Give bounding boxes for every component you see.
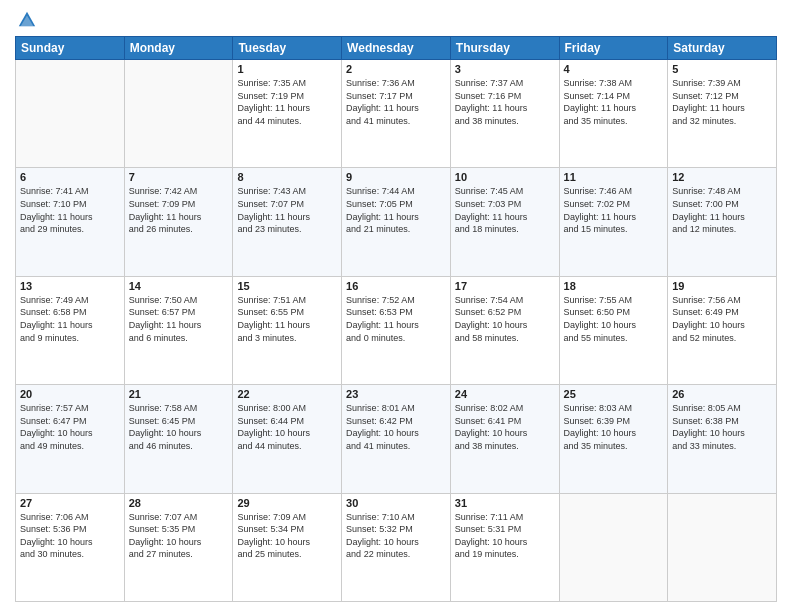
day-info: Sunrise: 7:35 AM Sunset: 7:19 PM Dayligh…	[237, 77, 337, 127]
calendar-cell: 10Sunrise: 7:45 AM Sunset: 7:03 PM Dayli…	[450, 168, 559, 276]
calendar-day-header: Saturday	[668, 37, 777, 60]
day-info: Sunrise: 8:02 AM Sunset: 6:41 PM Dayligh…	[455, 402, 555, 452]
calendar-day-header: Thursday	[450, 37, 559, 60]
day-number: 12	[672, 171, 772, 183]
calendar-cell: 11Sunrise: 7:46 AM Sunset: 7:02 PM Dayli…	[559, 168, 668, 276]
day-number: 11	[564, 171, 664, 183]
calendar-cell: 3Sunrise: 7:37 AM Sunset: 7:16 PM Daylig…	[450, 60, 559, 168]
day-info: Sunrise: 7:43 AM Sunset: 7:07 PM Dayligh…	[237, 185, 337, 235]
calendar-day-header: Friday	[559, 37, 668, 60]
calendar-cell: 4Sunrise: 7:38 AM Sunset: 7:14 PM Daylig…	[559, 60, 668, 168]
logo-icon	[17, 10, 37, 30]
day-number: 29	[237, 497, 337, 509]
calendar-cell: 22Sunrise: 8:00 AM Sunset: 6:44 PM Dayli…	[233, 385, 342, 493]
calendar-week-row: 27Sunrise: 7:06 AM Sunset: 5:36 PM Dayli…	[16, 493, 777, 601]
day-info: Sunrise: 7:58 AM Sunset: 6:45 PM Dayligh…	[129, 402, 229, 452]
calendar-cell: 20Sunrise: 7:57 AM Sunset: 6:47 PM Dayli…	[16, 385, 125, 493]
calendar-cell: 29Sunrise: 7:09 AM Sunset: 5:34 PM Dayli…	[233, 493, 342, 601]
day-info: Sunrise: 7:37 AM Sunset: 7:16 PM Dayligh…	[455, 77, 555, 127]
day-info: Sunrise: 7:46 AM Sunset: 7:02 PM Dayligh…	[564, 185, 664, 235]
day-info: Sunrise: 8:00 AM Sunset: 6:44 PM Dayligh…	[237, 402, 337, 452]
calendar-cell: 7Sunrise: 7:42 AM Sunset: 7:09 PM Daylig…	[124, 168, 233, 276]
calendar-day-header: Monday	[124, 37, 233, 60]
day-number: 18	[564, 280, 664, 292]
day-info: Sunrise: 7:09 AM Sunset: 5:34 PM Dayligh…	[237, 511, 337, 561]
day-number: 1	[237, 63, 337, 75]
day-info: Sunrise: 7:44 AM Sunset: 7:05 PM Dayligh…	[346, 185, 446, 235]
calendar-day-header: Tuesday	[233, 37, 342, 60]
day-info: Sunrise: 8:01 AM Sunset: 6:42 PM Dayligh…	[346, 402, 446, 452]
day-info: Sunrise: 7:07 AM Sunset: 5:35 PM Dayligh…	[129, 511, 229, 561]
day-number: 27	[20, 497, 120, 509]
header	[15, 10, 777, 30]
calendar-cell: 8Sunrise: 7:43 AM Sunset: 7:07 PM Daylig…	[233, 168, 342, 276]
day-info: Sunrise: 7:49 AM Sunset: 6:58 PM Dayligh…	[20, 294, 120, 344]
day-info: Sunrise: 7:06 AM Sunset: 5:36 PM Dayligh…	[20, 511, 120, 561]
calendar-cell: 6Sunrise: 7:41 AM Sunset: 7:10 PM Daylig…	[16, 168, 125, 276]
calendar-cell: 17Sunrise: 7:54 AM Sunset: 6:52 PM Dayli…	[450, 276, 559, 384]
calendar-week-row: 6Sunrise: 7:41 AM Sunset: 7:10 PM Daylig…	[16, 168, 777, 276]
calendar-cell: 12Sunrise: 7:48 AM Sunset: 7:00 PM Dayli…	[668, 168, 777, 276]
day-number: 9	[346, 171, 446, 183]
day-number: 6	[20, 171, 120, 183]
day-info: Sunrise: 7:42 AM Sunset: 7:09 PM Dayligh…	[129, 185, 229, 235]
calendar-cell: 1Sunrise: 7:35 AM Sunset: 7:19 PM Daylig…	[233, 60, 342, 168]
calendar-day-header: Sunday	[16, 37, 125, 60]
day-info: Sunrise: 7:39 AM Sunset: 7:12 PM Dayligh…	[672, 77, 772, 127]
calendar-cell: 2Sunrise: 7:36 AM Sunset: 7:17 PM Daylig…	[342, 60, 451, 168]
calendar-cell: 19Sunrise: 7:56 AM Sunset: 6:49 PM Dayli…	[668, 276, 777, 384]
day-info: Sunrise: 7:51 AM Sunset: 6:55 PM Dayligh…	[237, 294, 337, 344]
calendar-week-row: 13Sunrise: 7:49 AM Sunset: 6:58 PM Dayli…	[16, 276, 777, 384]
day-number: 21	[129, 388, 229, 400]
day-info: Sunrise: 7:57 AM Sunset: 6:47 PM Dayligh…	[20, 402, 120, 452]
day-number: 19	[672, 280, 772, 292]
logo	[15, 10, 39, 30]
day-number: 26	[672, 388, 772, 400]
calendar-cell	[668, 493, 777, 601]
calendar-table: SundayMondayTuesdayWednesdayThursdayFrid…	[15, 36, 777, 602]
calendar-cell	[559, 493, 668, 601]
calendar-cell: 23Sunrise: 8:01 AM Sunset: 6:42 PM Dayli…	[342, 385, 451, 493]
calendar-cell: 31Sunrise: 7:11 AM Sunset: 5:31 PM Dayli…	[450, 493, 559, 601]
calendar-cell	[16, 60, 125, 168]
day-info: Sunrise: 7:48 AM Sunset: 7:00 PM Dayligh…	[672, 185, 772, 235]
day-number: 30	[346, 497, 446, 509]
calendar-cell: 14Sunrise: 7:50 AM Sunset: 6:57 PM Dayli…	[124, 276, 233, 384]
day-info: Sunrise: 7:36 AM Sunset: 7:17 PM Dayligh…	[346, 77, 446, 127]
day-number: 23	[346, 388, 446, 400]
day-info: Sunrise: 8:05 AM Sunset: 6:38 PM Dayligh…	[672, 402, 772, 452]
day-number: 31	[455, 497, 555, 509]
calendar-cell: 5Sunrise: 7:39 AM Sunset: 7:12 PM Daylig…	[668, 60, 777, 168]
day-info: Sunrise: 8:03 AM Sunset: 6:39 PM Dayligh…	[564, 402, 664, 452]
calendar-cell: 28Sunrise: 7:07 AM Sunset: 5:35 PM Dayli…	[124, 493, 233, 601]
calendar-cell	[124, 60, 233, 168]
day-number: 28	[129, 497, 229, 509]
day-info: Sunrise: 7:41 AM Sunset: 7:10 PM Dayligh…	[20, 185, 120, 235]
day-number: 13	[20, 280, 120, 292]
day-number: 4	[564, 63, 664, 75]
day-info: Sunrise: 7:56 AM Sunset: 6:49 PM Dayligh…	[672, 294, 772, 344]
calendar-header-row: SundayMondayTuesdayWednesdayThursdayFrid…	[16, 37, 777, 60]
day-number: 17	[455, 280, 555, 292]
calendar-cell: 25Sunrise: 8:03 AM Sunset: 6:39 PM Dayli…	[559, 385, 668, 493]
calendar-cell: 18Sunrise: 7:55 AM Sunset: 6:50 PM Dayli…	[559, 276, 668, 384]
day-info: Sunrise: 7:54 AM Sunset: 6:52 PM Dayligh…	[455, 294, 555, 344]
calendar-cell: 16Sunrise: 7:52 AM Sunset: 6:53 PM Dayli…	[342, 276, 451, 384]
day-number: 16	[346, 280, 446, 292]
calendar-day-header: Wednesday	[342, 37, 451, 60]
day-number: 22	[237, 388, 337, 400]
day-number: 20	[20, 388, 120, 400]
day-number: 8	[237, 171, 337, 183]
day-number: 25	[564, 388, 664, 400]
calendar-cell: 27Sunrise: 7:06 AM Sunset: 5:36 PM Dayli…	[16, 493, 125, 601]
calendar-cell: 13Sunrise: 7:49 AM Sunset: 6:58 PM Dayli…	[16, 276, 125, 384]
day-number: 24	[455, 388, 555, 400]
day-number: 5	[672, 63, 772, 75]
calendar-cell: 30Sunrise: 7:10 AM Sunset: 5:32 PM Dayli…	[342, 493, 451, 601]
day-info: Sunrise: 7:10 AM Sunset: 5:32 PM Dayligh…	[346, 511, 446, 561]
day-number: 3	[455, 63, 555, 75]
calendar-cell: 15Sunrise: 7:51 AM Sunset: 6:55 PM Dayli…	[233, 276, 342, 384]
day-number: 14	[129, 280, 229, 292]
day-number: 2	[346, 63, 446, 75]
day-info: Sunrise: 7:50 AM Sunset: 6:57 PM Dayligh…	[129, 294, 229, 344]
